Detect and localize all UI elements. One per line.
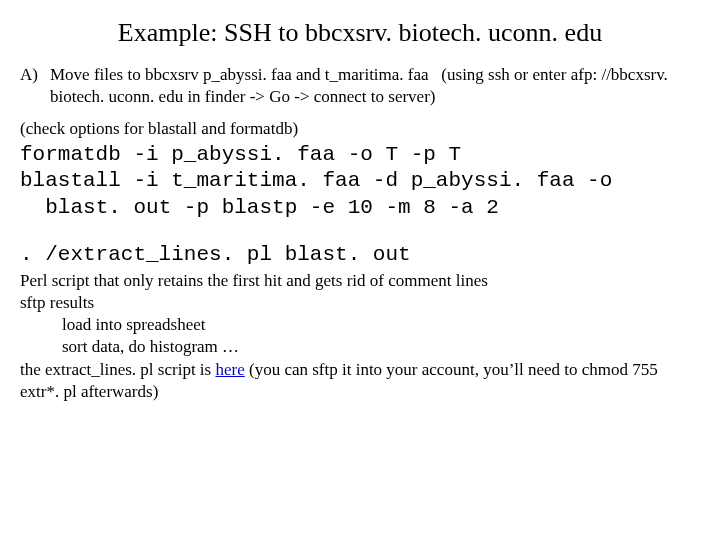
check-options-note: (check options for blastall and formatdb… — [20, 118, 700, 140]
script-location-line: the extract_lines. pl script is here (yo… — [20, 359, 700, 403]
extract-command: . /extract_lines. pl blast. out — [20, 241, 700, 268]
step-a-body: Move files to bbcxsrv p_abyssi. faa and … — [50, 64, 700, 108]
perl-description: Perl script that only retains the first … — [20, 270, 700, 292]
load-spreadsheet: load into spreadsheet — [20, 314, 700, 336]
here-link[interactable]: here — [215, 360, 244, 379]
sftp-results: sftp results — [20, 292, 700, 314]
sort-histogram: sort data, do histogram … — [20, 336, 700, 358]
step-a-label: A) — [20, 64, 50, 108]
slide-title: Example: SSH to bbcxsrv. biotech. uconn.… — [20, 16, 700, 50]
command-block: formatdb -i p_abyssi. faa -o T -p T blas… — [20, 142, 700, 221]
step-a: A) Move files to bbcxsrv p_abyssi. faa a… — [20, 64, 700, 108]
script-line-pre: the extract_lines. pl script is — [20, 360, 215, 379]
